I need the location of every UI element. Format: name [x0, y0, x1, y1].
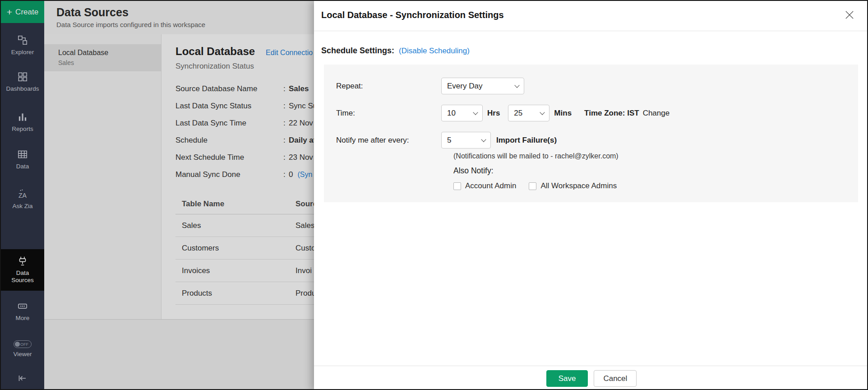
modal-footer: Save Cancel: [314, 366, 868, 390]
notification-note: (Notifications will be mailed to - rache…: [453, 152, 858, 160]
checkbox-icon: [453, 182, 461, 190]
app-window: + Create Explorer Dashboards: [0, 0, 868, 390]
minute-value: 25: [514, 109, 522, 118]
time-row: Time: 10 Hrs 25 Mins Time Zone: IST: [336, 105, 858, 121]
mins-label: Mins: [554, 109, 572, 118]
notify-count-value: 5: [447, 136, 451, 145]
notify-checkboxes: Account Admin All Workspace Admins: [453, 181, 858, 190]
repeat-row: Repeat: Every Day: [336, 78, 858, 94]
minute-dropdown[interactable]: 25: [508, 105, 549, 121]
notify-count-dropdown[interactable]: 5: [441, 132, 491, 149]
checkbox-icon: [529, 182, 536, 190]
also-notify-label: Also Notify:: [453, 166, 858, 176]
close-button[interactable]: [842, 7, 857, 24]
chevron-down-icon: [481, 137, 486, 142]
modal-title: Local Database - Synchronization Setting…: [321, 10, 868, 20]
chevron-down-icon: [540, 110, 545, 115]
all-workspace-admins-checkbox[interactable]: All Workspace Admins: [529, 181, 617, 190]
chevron-down-icon: [514, 83, 519, 88]
hour-value: 10: [447, 109, 456, 118]
notify-row: Notify me after every: 5 Import Failure(…: [336, 132, 858, 149]
notify-label: Notify me after every:: [336, 136, 441, 145]
import-failures-label: Import Failure(s): [496, 136, 557, 145]
sync-settings-modal: Local Database - Synchronization Setting…: [314, 1, 868, 390]
repeat-dropdown[interactable]: Every Day: [441, 78, 524, 94]
checkbox-label: Account Admin: [465, 181, 516, 190]
repeat-value: Every Day: [447, 82, 482, 91]
account-admin-checkbox[interactable]: Account Admin: [453, 181, 516, 190]
hour-dropdown[interactable]: 10: [441, 105, 483, 121]
cancel-button[interactable]: Cancel: [594, 370, 637, 387]
schedule-settings-label: Schedule Settings:: [321, 46, 394, 56]
chevron-down-icon: [473, 110, 478, 115]
modal-body: Schedule Settings: (Disable Scheduling) …: [314, 31, 868, 366]
checkbox-label: All Workspace Admins: [540, 181, 617, 190]
timezone-label: Time Zone: IST: [584, 109, 639, 118]
time-label: Time:: [336, 109, 441, 118]
disable-scheduling-link[interactable]: (Disable Scheduling): [399, 46, 470, 56]
schedule-settings-panel: Repeat: Every Day Time: 10: [324, 65, 858, 202]
save-button[interactable]: Save: [546, 370, 588, 387]
close-icon: [844, 14, 855, 22]
change-timezone-link[interactable]: Change: [643, 109, 670, 118]
modal-header: Local Database - Synchronization Setting…: [314, 1, 868, 31]
hrs-label: Hrs: [487, 109, 500, 118]
repeat-label: Repeat:: [336, 82, 441, 91]
